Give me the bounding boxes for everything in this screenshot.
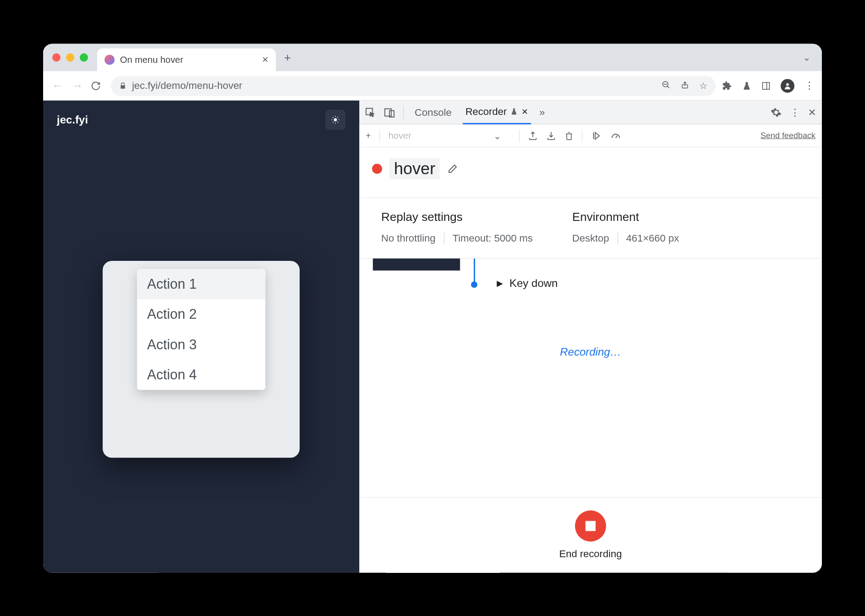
minimize-window-button[interactable]: [66, 53, 74, 61]
export-icon[interactable]: [528, 130, 538, 140]
site-logo[interactable]: jec.fyi: [57, 113, 88, 126]
step-row[interactable]: ▶ Key down: [497, 277, 558, 290]
bookmark-star-icon[interactable]: ☆: [699, 80, 707, 91]
back-button[interactable]: ←: [50, 79, 64, 92]
environment-heading: Environment: [572, 210, 696, 224]
delete-icon[interactable]: [565, 130, 574, 140]
step-label: Key down: [509, 277, 558, 290]
tab-list-dropdown[interactable]: ⌄: [803, 52, 816, 62]
send-feedback-link[interactable]: Send feedback: [760, 131, 815, 140]
browser-menu-button[interactable]: ⋮: [804, 79, 814, 92]
device-value: Desktop: [572, 232, 618, 244]
zoom-out-icon[interactable]: [662, 80, 671, 91]
end-recording-label: End recording: [559, 548, 622, 560]
new-tab-button[interactable]: +: [284, 50, 291, 65]
svg-rect-3: [682, 84, 688, 88]
svg-line-2: [667, 86, 669, 88]
timeline-dot: [471, 281, 477, 287]
expand-step-icon[interactable]: ▶: [497, 278, 503, 288]
import-icon[interactable]: [546, 130, 556, 140]
recording-steps: ▶ Key down Recording…: [359, 258, 822, 497]
replay-icon[interactable]: [591, 130, 601, 140]
recording-selector[interactable]: ⌄: [388, 129, 511, 141]
close-window-button[interactable]: [52, 53, 60, 61]
flask-icon: [511, 107, 518, 115]
devtools-tab-bar: Console Recorder ✕ » ⋮ ✕: [359, 100, 822, 124]
svg-line-14: [333, 122, 333, 122]
svg-point-7: [334, 118, 337, 121]
tab-recorder-label: Recorder: [465, 106, 507, 118]
url-field[interactable]: jec.fyi/demo/menu-hover ☆: [111, 75, 715, 96]
close-panel-tab-icon[interactable]: ✕: [521, 106, 528, 116]
browser-window: On menu hover ✕ + ⌄ ← → jec.fyi/demo/men…: [43, 44, 822, 572]
menu-item[interactable]: Action 1: [137, 269, 265, 299]
viewport-value: 461×660 px: [626, 232, 687, 244]
recorder-toolbar: + ⌄ Send feedback: [359, 124, 822, 147]
close-tab-button[interactable]: ✕: [262, 54, 269, 64]
edit-title-button[interactable]: [447, 163, 458, 174]
favicon-icon: [105, 54, 115, 64]
maximize-window-button[interactable]: [80, 53, 88, 61]
theme-toggle-button[interactable]: [325, 110, 345, 130]
tab-console[interactable]: Console: [412, 106, 455, 118]
address-bar: ← → jec.fyi/demo/menu-hover ☆ ⋮: [43, 71, 822, 100]
devtools-panel: Console Recorder ✕ » ⋮ ✕ + ⌄: [359, 100, 822, 572]
svg-rect-4: [763, 82, 769, 89]
profile-avatar[interactable]: [781, 79, 794, 92]
recording-status: Recording…: [359, 345, 822, 358]
chevron-down-icon[interactable]: ⌄: [494, 130, 501, 141]
svg-line-12: [333, 117, 333, 117]
svg-line-15: [337, 117, 338, 117]
window-controls: [52, 53, 88, 61]
throttling-value[interactable]: No throttling: [381, 232, 444, 244]
timeout-value[interactable]: Timeout: 5000 ms: [452, 232, 541, 244]
url-text: jec.fyi/demo/menu-hover: [132, 79, 243, 92]
webpage-viewport: jec.fyi H e! Action 1 Action 2 Action 3 …: [43, 100, 359, 572]
browser-tab[interactable]: On menu hover ✕: [97, 48, 276, 71]
recording-title-row: hover: [359, 147, 822, 198]
replay-settings-group: Replay settings No throttling Timeout: 5…: [381, 210, 549, 244]
hover-card[interactable]: H e! Action 1 Action 2 Action 3 Action 4: [103, 260, 300, 458]
svg-rect-17: [385, 108, 391, 115]
new-recording-button[interactable]: +: [366, 130, 371, 141]
svg-point-6: [786, 83, 789, 85]
recording-title: hover: [389, 158, 440, 179]
more-tabs-icon[interactable]: »: [539, 106, 545, 118]
replay-settings-heading: Replay settings: [381, 210, 549, 224]
environment-group: Environment Desktop 461×660 px: [572, 210, 696, 244]
stop-icon: [586, 521, 596, 531]
hover-menu: Action 1 Action 2 Action 3 Action 4: [137, 269, 265, 390]
menu-item[interactable]: Action 4: [137, 360, 265, 390]
labs-icon[interactable]: [742, 80, 751, 90]
svg-line-13: [337, 122, 338, 122]
lock-icon: [119, 81, 126, 89]
menu-item[interactable]: Action 3: [137, 329, 265, 359]
end-recording-button[interactable]: [575, 510, 606, 541]
share-icon[interactable]: [681, 80, 689, 91]
recording-indicator-icon: [372, 163, 382, 173]
step-screenshot-thumbnail[interactable]: [373, 258, 460, 270]
content-area: jec.fyi H e! Action 1 Action 2 Action 3 …: [43, 100, 822, 572]
device-toolbar-icon[interactable]: [384, 106, 395, 117]
recorder-footer: End recording: [359, 497, 822, 572]
performance-icon[interactable]: [610, 130, 622, 140]
devtools-menu-icon[interactable]: ⋮: [790, 106, 800, 118]
menu-item[interactable]: Action 2: [137, 299, 265, 329]
tab-title: On menu hover: [120, 54, 183, 65]
panel-icon[interactable]: [761, 81, 770, 90]
extensions-icon[interactable]: [722, 80, 732, 90]
reload-button[interactable]: [91, 80, 105, 90]
tab-bar: On menu hover ✕ + ⌄: [43, 44, 822, 71]
tab-recorder[interactable]: Recorder ✕: [463, 106, 531, 124]
forward-button[interactable]: →: [71, 79, 84, 92]
recording-settings-row: Replay settings No throttling Timeout: 5…: [359, 198, 822, 259]
recording-name-input[interactable]: [388, 130, 489, 141]
inspect-element-icon[interactable]: [365, 106, 375, 117]
close-devtools-icon[interactable]: ✕: [808, 106, 816, 118]
settings-gear-icon[interactable]: [771, 106, 781, 117]
